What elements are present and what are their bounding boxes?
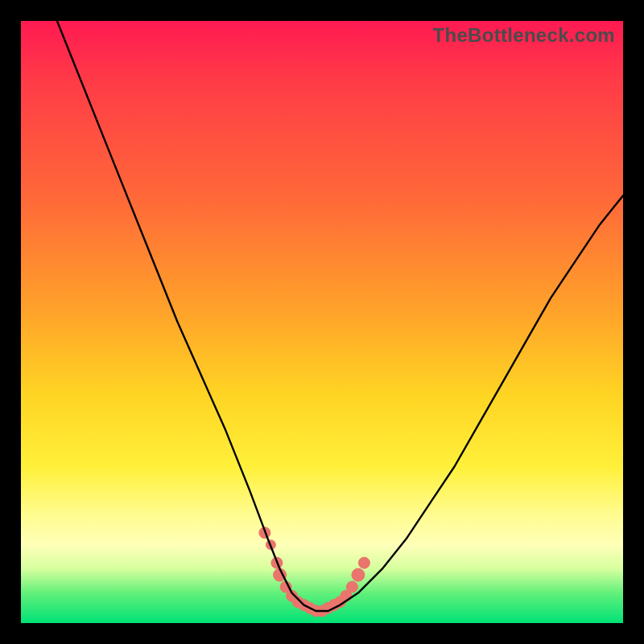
curve-svg — [21, 21, 623, 623]
marker-dot — [346, 581, 357, 592]
marker-dot — [352, 568, 365, 581]
plot-area: TheBottleneck.com — [21, 21, 623, 623]
marker-dot — [358, 557, 369, 568]
bottleneck-curve — [57, 21, 623, 611]
chart-frame: TheBottleneck.com — [0, 0, 644, 644]
markers-group — [259, 527, 370, 617]
